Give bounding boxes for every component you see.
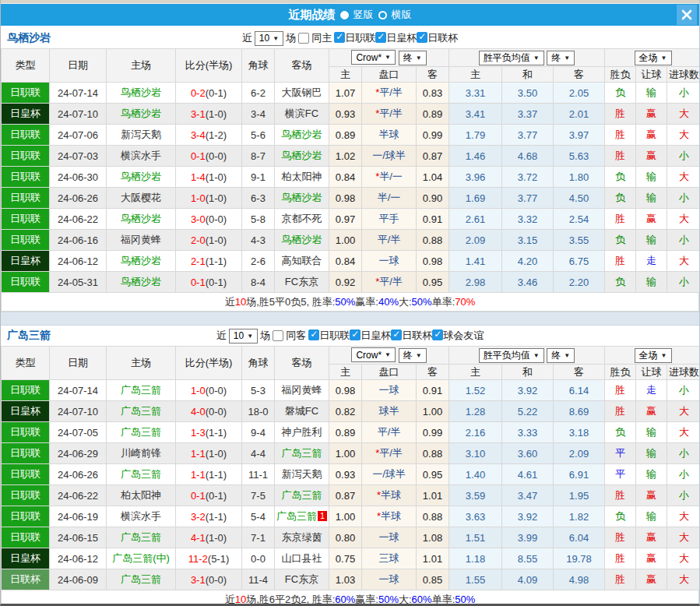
away-team-cell[interactable]: 鸟栖沙岩 xyxy=(275,188,329,209)
away-team-cell[interactable]: 大阪钢巴 xyxy=(275,83,329,104)
away-team-cell[interactable]: FC东京 xyxy=(275,569,329,590)
home-team-cell[interactable]: 川崎前锋 xyxy=(107,443,176,464)
home-team-cell[interactable]: 广岛三箭 xyxy=(107,569,176,590)
early-change-marker: * xyxy=(375,447,379,459)
away-team-cell[interactable]: 山口县社 xyxy=(275,548,329,569)
away-team-cell[interactable]: 鸟栖沙岩 xyxy=(275,146,329,167)
mean-away-cell: 3.18 xyxy=(554,422,605,443)
home-team-cell[interactable]: 福冈黄蜂 xyxy=(107,230,176,251)
league-checkbox[interactable] xyxy=(308,329,319,340)
league-checkbox-label[interactable]: 日联杯 xyxy=(402,329,432,341)
home-team-cell[interactable]: 横滨水手 xyxy=(107,506,176,527)
odds-final-select[interactable]: 终▼ xyxy=(399,348,427,363)
away-team-cell[interactable]: 神户胜利 xyxy=(275,422,329,443)
odds-final-select[interactable]: 终▼ xyxy=(399,51,427,65)
summary-text-part: 场,胜5平0负5, 胜率: xyxy=(246,295,335,309)
away-team-cell[interactable]: 广岛三箭 xyxy=(275,485,329,506)
away-team-cell[interactable]: 磐城FC xyxy=(275,401,329,422)
home-team-cell[interactable]: 鸟栖沙岩 xyxy=(107,167,176,188)
mean-company-select[interactable]: 胜平负均值▼ xyxy=(479,51,544,65)
home-team-cell[interactable]: 新泻天鹅 xyxy=(107,125,176,146)
league-checkbox-label[interactable]: 日职联 xyxy=(319,329,350,341)
same-venue-checkbox[interactable] xyxy=(298,33,309,44)
close-button[interactable] xyxy=(677,5,697,25)
home-team-cell[interactable]: 横滨水手 xyxy=(107,146,176,167)
league-checkbox[interactable] xyxy=(375,32,386,43)
mean-company-select[interactable]: 胜平负均值▼ xyxy=(479,348,544,363)
vertical-mode-label[interactable]: 竖版 xyxy=(354,8,374,22)
home-team-cell[interactable]: 大阪樱花 xyxy=(107,188,176,209)
handicap-col: 盘口 xyxy=(362,365,417,380)
away-team-cell[interactable]: FC东京 xyxy=(275,272,329,293)
home-team-cell[interactable]: 柏太阳神 xyxy=(107,485,176,506)
league-checkbox-label[interactable]: 日皇杯 xyxy=(386,32,417,44)
home-team-cell[interactable]: 鸟栖沙岩 xyxy=(107,104,176,125)
away-team-cell[interactable]: 东京绿茵 xyxy=(275,527,329,548)
away-team-cell[interactable]: 柏太阳神 xyxy=(275,167,329,188)
away-team-cell[interactable]: 新泻天鹅 xyxy=(275,464,329,485)
away-team-cell[interactable]: 广岛三箭1 xyxy=(275,506,329,527)
handicap-cell: *半球 xyxy=(362,506,417,527)
handicap-cell: 半/一 xyxy=(362,188,417,209)
league-checkbox-label[interactable]: 日职联 xyxy=(345,32,375,44)
half-time-score: (1-0) xyxy=(206,532,227,544)
away-team-cell[interactable]: 鸟栖沙岩 xyxy=(275,125,329,146)
home-team-cell[interactable]: 广岛三箭 xyxy=(107,380,176,401)
table-row: 日职联24-06-26大阪樱花1-0(1-0)6-3鸟栖沙岩0.98半/一0.9… xyxy=(2,188,700,209)
away-odds-cell: 0.88 xyxy=(417,230,449,251)
away-team-cell[interactable]: 横滨FC xyxy=(275,104,329,125)
home-team-cell[interactable]: 广岛三箭 xyxy=(107,401,176,422)
summary-text-part: 赢率: xyxy=(355,593,378,606)
mean-final-select[interactable]: 终▼ xyxy=(547,51,575,65)
col-away: 客场 xyxy=(275,347,329,380)
home-team-cell[interactable]: 鸟栖沙岩 xyxy=(107,251,176,272)
away-team-cell[interactable]: 京都不死 xyxy=(275,209,329,230)
odds-home-col: 主 xyxy=(329,365,362,380)
date-cell: 24-06-22 xyxy=(50,209,107,230)
same-venue-label[interactable]: 同主 xyxy=(311,31,332,45)
same-venue-label[interactable]: 同客 xyxy=(286,329,306,343)
result-group-header: 全场▼ xyxy=(605,49,700,67)
table-row: 日皇杯24-07-10广岛三箭4-0(0-0)18-0磐城FC0.82球半1.0… xyxy=(2,401,700,422)
full-match-select[interactable]: 全场▼ xyxy=(635,51,672,65)
table-row: 日职联24-06-16福冈黄蜂2-0(1-0)4-3鸟栖沙岩1.00平/半0.8… xyxy=(2,230,700,251)
home-team-cell[interactable]: 鸟栖沙岩 xyxy=(107,272,176,293)
league-checkbox[interactable] xyxy=(417,32,427,43)
odds-company-select[interactable]: Crow*▼ xyxy=(351,50,396,65)
mean-final-select[interactable]: 终▼ xyxy=(547,348,575,363)
radio-horizontal[interactable] xyxy=(378,11,387,19)
league-checkbox[interactable] xyxy=(432,329,443,340)
odds-company-select[interactable]: Crow*▼ xyxy=(351,347,396,362)
home-team-cell[interactable]: 广岛三箭 xyxy=(107,464,176,485)
away-team-cell[interactable]: 鸟栖沙岩 xyxy=(275,230,329,251)
home-team-cell[interactable]: 广岛三箭(中) xyxy=(107,548,176,569)
radio-vertical-selected[interactable] xyxy=(340,11,349,19)
home-team-cell[interactable]: 鸟栖沙岩 xyxy=(107,209,176,230)
handicap-cell: 一球 xyxy=(362,251,417,272)
league-checkbox[interactable] xyxy=(350,329,361,340)
league-checkbox-label[interactable]: 球会友谊 xyxy=(443,329,484,341)
table-row: 日职联24-07-06新泻天鹅3-4(1-2)5-6鸟栖沙岩0.89半球0.99… xyxy=(2,125,700,146)
home-team-cell[interactable]: 鸟栖沙岩 xyxy=(107,83,176,104)
full-time-score: 1-0 xyxy=(191,385,206,396)
same-venue-checkbox[interactable] xyxy=(273,330,283,341)
away-team-cell[interactable]: 广岛三箭 xyxy=(275,443,329,464)
corner-cell: 9-1 xyxy=(242,167,275,188)
home-team-cell[interactable]: 广岛三箭 xyxy=(107,527,176,548)
full-match-select[interactable]: 全场▼ xyxy=(635,348,672,363)
goals-result-cell: 大 xyxy=(667,548,700,569)
away-team-cell[interactable]: 福冈黄蜂 xyxy=(275,380,329,401)
home-team-cell[interactable]: 广岛三箭 xyxy=(107,422,176,443)
match-count-select[interactable]: 10▼ xyxy=(255,31,283,46)
league-checkbox[interactable] xyxy=(391,329,402,340)
league-checkbox[interactable] xyxy=(334,32,345,43)
league-checkbox-label[interactable]: 日皇杯 xyxy=(361,329,391,341)
half-time-score: (0-1) xyxy=(206,277,227,288)
mean-away-cell: 6.04 xyxy=(554,527,605,548)
summary-text-part: 单率: xyxy=(432,593,456,606)
away-team-cell[interactable]: 高知联合 xyxy=(275,251,329,272)
league-checkbox-label[interactable]: 日联杯 xyxy=(427,32,458,44)
match-count-select[interactable]: 10▼ xyxy=(229,329,258,344)
mean-home-cell: 1.18 xyxy=(449,548,502,569)
horizontal-mode-label[interactable]: 横版 xyxy=(392,8,412,22)
